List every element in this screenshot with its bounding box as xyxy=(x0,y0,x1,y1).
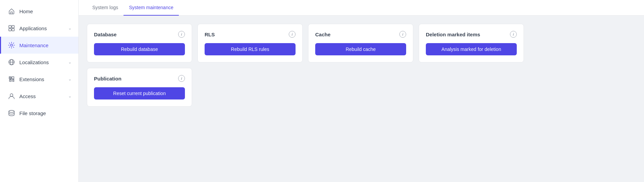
sidebar-item-extensions[interactable]: Extensions ⌄ xyxy=(0,71,78,88)
sidebar: Home Applications ⌄ Maintenance xyxy=(0,0,79,182)
card-deletion-marked: Deletion marked items i Analysis marked … xyxy=(419,24,524,62)
rebuild-database-button[interactable]: Rebuild database xyxy=(94,43,185,55)
content-area: Database i Rebuild database RLS i Rebuil… xyxy=(79,16,644,182)
card-publication-title: Publication xyxy=(94,76,121,81)
card-publication: Publication i Reset current publication xyxy=(87,68,192,107)
svg-rect-3 xyxy=(12,29,14,31)
deletion-info-icon[interactable]: i xyxy=(510,31,517,38)
applications-icon xyxy=(8,24,15,32)
rls-info-icon[interactable]: i xyxy=(289,31,296,38)
maintenance-icon xyxy=(8,41,15,49)
sidebar-item-maintenance[interactable]: Maintenance xyxy=(0,37,78,54)
sidebar-item-file-storage[interactable]: File storage xyxy=(0,105,78,122)
svg-rect-2 xyxy=(9,29,11,31)
card-rls-title: RLS xyxy=(205,32,215,37)
home-icon xyxy=(8,7,15,15)
tabs-bar: System logs System maintenance xyxy=(79,0,644,16)
file-storage-icon xyxy=(8,109,15,117)
sidebar-item-applications[interactable]: Applications ⌄ xyxy=(0,20,78,37)
card-database-header: Database i xyxy=(94,31,185,38)
card-rls-header: RLS i xyxy=(205,31,296,38)
svg-rect-1 xyxy=(12,25,14,28)
main-content: System logs System maintenance Database … xyxy=(79,0,644,182)
card-cache-header: Cache i xyxy=(315,31,406,38)
rebuild-rls-button[interactable]: Rebuild RLS rules xyxy=(205,43,296,55)
card-cache: Cache i Rebuild cache xyxy=(308,24,413,62)
localizations-icon xyxy=(8,58,15,66)
rebuild-cache-button[interactable]: Rebuild cache xyxy=(315,43,406,55)
card-database-title: Database xyxy=(94,32,117,37)
localizations-chevron-icon: ⌄ xyxy=(68,60,72,65)
tab-system-maintenance[interactable]: System maintenance xyxy=(124,0,179,16)
card-publication-header: Publication i xyxy=(94,75,185,82)
sidebar-item-file-storage-label: File storage xyxy=(19,110,72,116)
sidebar-item-maintenance-label: Maintenance xyxy=(19,42,72,48)
svg-rect-0 xyxy=(9,25,11,28)
svg-point-9 xyxy=(9,110,14,112)
cards-row-main: Database i Rebuild database RLS i Rebuil… xyxy=(87,24,636,62)
sidebar-item-localizations-label: Localizations xyxy=(19,59,64,65)
sidebar-item-access[interactable]: Access ⌄ xyxy=(0,88,78,105)
extensions-icon xyxy=(8,75,15,83)
card-rls: RLS i Rebuild RLS rules xyxy=(197,24,303,62)
svg-point-8 xyxy=(10,94,13,96)
sidebar-item-localizations[interactable]: Localizations ⌄ xyxy=(0,54,78,71)
svg-point-4 xyxy=(11,44,13,46)
card-deletion-title: Deletion marked items xyxy=(426,32,480,37)
applications-chevron-icon: ⌄ xyxy=(68,26,72,31)
card-cache-title: Cache xyxy=(315,32,330,37)
sidebar-item-home[interactable]: Home xyxy=(0,3,78,20)
sidebar-item-home-label: Home xyxy=(19,8,72,14)
sidebar-item-extensions-label: Extensions xyxy=(19,76,64,82)
card-deletion-header: Deletion marked items i xyxy=(426,31,517,38)
cache-info-icon[interactable]: i xyxy=(399,31,406,38)
analysis-deletion-button[interactable]: Analysis marked for deletion xyxy=(426,43,517,55)
publication-info-icon[interactable]: i xyxy=(178,75,185,82)
sidebar-item-applications-label: Applications xyxy=(19,25,64,31)
cards-row-publication: Publication i Reset current publication xyxy=(87,68,636,107)
extensions-chevron-icon: ⌄ xyxy=(68,77,72,81)
database-info-icon[interactable]: i xyxy=(178,31,185,38)
tab-system-logs[interactable]: System logs xyxy=(87,0,124,16)
sidebar-item-access-label: Access xyxy=(19,93,64,99)
access-icon xyxy=(8,92,15,100)
card-database: Database i Rebuild database xyxy=(87,24,192,62)
access-chevron-icon: ⌄ xyxy=(68,94,72,98)
reset-publication-button[interactable]: Reset current publication xyxy=(94,87,185,99)
